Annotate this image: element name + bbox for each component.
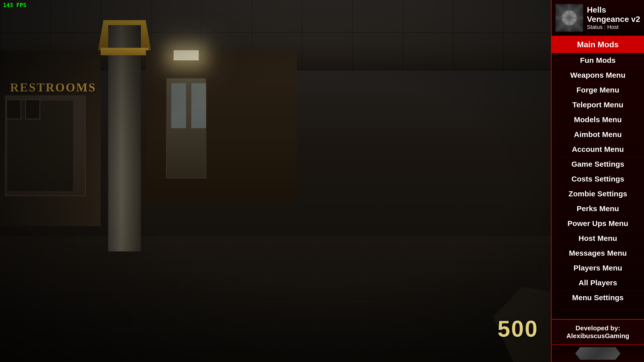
menu-header: Hells Vengeance v2 Status : Host: [552, 0, 644, 36]
menu-item-2[interactable]: Forge Menu: [552, 83, 644, 98]
menu-title-block: Hells Vengeance v2 Status : Host: [587, 5, 640, 30]
score-display: 500: [498, 316, 538, 342]
game-viewport: RESTROOMS 143 FPS Plutonium T6 500: [0, 0, 644, 362]
hallway-door-panel-left: [171, 83, 186, 128]
hallway-door-panel-right: [191, 83, 206, 128]
menu-overlay: Hells Vengeance v2 Status : Host Main Mo…: [551, 0, 644, 362]
menu-item-6[interactable]: Account Menu: [552, 142, 644, 157]
restrooms-sign: RESTROOMS: [10, 80, 96, 94]
menu-item-12[interactable]: Host Menu: [552, 231, 644, 246]
menu-bottom-logo-shape: [573, 347, 623, 360]
menu-item-8[interactable]: Costs Settings: [552, 172, 644, 187]
fps-counter: 143 FPS: [3, 2, 26, 8]
menu-item-16[interactable]: Menu Settings: [552, 290, 644, 305]
menu-footer: Developed by: AlexibuscusGaming: [552, 319, 644, 344]
menu-items-list: Fun ModsWeapons MenuForge MenuTeleport M…: [552, 53, 644, 319]
menu-item-3[interactable]: Teleport Menu: [552, 98, 644, 112]
menu-item-1[interactable]: Weapons Menu: [552, 68, 644, 83]
column-gold-band: [101, 48, 148, 55]
menu-item-13[interactable]: Messages Menu: [552, 246, 644, 261]
menu-main-mods-button[interactable]: Main Mods: [552, 36, 644, 53]
menu-item-0[interactable]: Fun Mods: [552, 53, 644, 68]
menu-item-11[interactable]: Power Ups Menu: [552, 216, 644, 231]
column: [108, 25, 141, 251]
menu-item-9[interactable]: Zombie Settings: [552, 187, 644, 201]
menu-item-7[interactable]: Game Settings: [552, 157, 644, 172]
menu-item-10[interactable]: Perks Menu: [552, 201, 644, 216]
light-fixture: [174, 50, 199, 60]
menu-bottom-logo: [552, 344, 644, 362]
poster-2: [25, 99, 40, 119]
menu-status: Status : Host: [587, 24, 640, 30]
menu-item-15[interactable]: All Players: [552, 276, 644, 290]
menu-item-4[interactable]: Models Menu: [552, 112, 644, 127]
menu-footer-text: Developed by: AlexibuscusGaming: [567, 324, 629, 340]
poster-1: [6, 99, 21, 119]
menu-item-5[interactable]: Aimbot Menu: [552, 127, 644, 142]
menu-item-14[interactable]: Players Menu: [552, 261, 644, 276]
menu-game-title: Hells Vengeance v2: [587, 5, 640, 24]
menu-logo-image: [555, 4, 583, 32]
game-scene: RESTROOMS: [0, 0, 644, 362]
